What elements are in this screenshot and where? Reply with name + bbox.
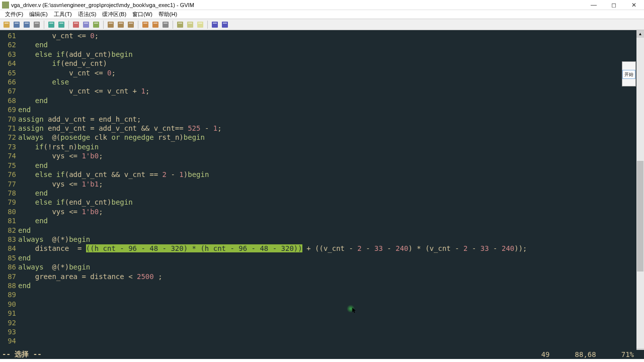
vertical-scrollbar[interactable]: ▲ ▼ bbox=[636, 30, 644, 356]
replace-icon[interactable] bbox=[126, 20, 135, 29]
svg-rect-38 bbox=[222, 22, 228, 28]
code-line[interactable]: end bbox=[18, 189, 644, 198]
code-line[interactable]: v_cnt <= 0; bbox=[18, 68, 644, 77]
line-number: 63 bbox=[0, 50, 16, 59]
code-line[interactable]: vys <= 1'b1; bbox=[18, 179, 644, 189]
code-line[interactable]: always @(posedge clk or negedge rst_n)be… bbox=[18, 133, 644, 142]
start-button[interactable]: 开始 bbox=[622, 70, 635, 79]
code-line[interactable]: end bbox=[18, 226, 644, 235]
code-line[interactable]: end bbox=[18, 281, 644, 290]
tagselect-icon[interactable] bbox=[196, 20, 205, 29]
code-line[interactable]: else if(end_v_cnt)begin bbox=[18, 198, 644, 207]
svg-rect-34 bbox=[197, 22, 203, 28]
menu-edit[interactable]: 编辑(E) bbox=[26, 11, 51, 18]
minimize-button[interactable]: — bbox=[584, 0, 604, 10]
code-line[interactable]: else bbox=[18, 77, 644, 86]
code-line[interactable]: if(!rst_n)begin bbox=[18, 142, 644, 151]
line-number: 66 bbox=[0, 77, 16, 86]
svg-rect-33 bbox=[188, 23, 192, 24]
menubar: 文件(F) 编辑(E) 工具(T) 语法(S) 缓冲区(B) 窗口(W) 帮助(… bbox=[0, 10, 644, 19]
line-number: 68 bbox=[0, 96, 16, 105]
code-line[interactable]: green_area = distance < 2500 ; bbox=[18, 272, 644, 281]
line-number: 67 bbox=[0, 86, 16, 96]
svg-rect-30 bbox=[177, 22, 183, 28]
line-number: 87 bbox=[0, 272, 16, 281]
copy-icon[interactable] bbox=[82, 20, 91, 29]
scroll-up-arrow[interactable]: ▲ bbox=[636, 30, 644, 38]
paste-icon[interactable] bbox=[92, 20, 101, 29]
find-prev-icon[interactable] bbox=[106, 20, 115, 29]
svg-rect-19 bbox=[109, 23, 113, 24]
svg-rect-15 bbox=[84, 23, 88, 24]
scroll-thumb[interactable] bbox=[637, 161, 643, 272]
code-line[interactable]: else if(add_v_cnt)begin bbox=[18, 50, 644, 59]
help-icon[interactable] bbox=[210, 20, 219, 29]
line-number: 75 bbox=[0, 161, 16, 170]
saveall-icon[interactable] bbox=[22, 20, 31, 29]
tag-icon[interactable] bbox=[176, 20, 185, 29]
cut-icon[interactable] bbox=[71, 20, 80, 29]
svg-rect-0 bbox=[4, 22, 10, 28]
svg-rect-37 bbox=[213, 23, 217, 24]
code-line[interactable]: end bbox=[18, 253, 644, 262]
code-line[interactable]: assign end_v_cnt = add_v_cnt && v_cnt== … bbox=[18, 124, 644, 133]
line-number: 80 bbox=[0, 207, 16, 216]
find-next-icon[interactable] bbox=[116, 20, 125, 29]
code-area[interactable]: v_cnt <= 0; end else if(add_v_cnt)begin … bbox=[18, 30, 644, 356]
menu-syntax[interactable]: 语法(S) bbox=[75, 11, 100, 18]
line-number: 72 bbox=[0, 133, 16, 142]
svg-rect-31 bbox=[178, 23, 182, 24]
svg-rect-10 bbox=[58, 22, 64, 28]
line-number: 83 bbox=[0, 235, 16, 244]
code-line[interactable]: always @(*)begin bbox=[18, 235, 644, 244]
code-line[interactable]: else if(add_v_cnt && v_cnt == 2 - 1)begi… bbox=[18, 170, 644, 179]
undo-icon[interactable] bbox=[47, 20, 56, 29]
code-line[interactable]: vys <= 1'b0; bbox=[18, 207, 644, 216]
code-line[interactable]: v_cnt <= 0; bbox=[18, 31, 644, 40]
code-line[interactable]: vys <= 1'b0; bbox=[18, 151, 644, 160]
svg-rect-13 bbox=[74, 23, 78, 24]
code-line[interactable]: end bbox=[18, 105, 644, 114]
line-number: 76 bbox=[0, 170, 16, 179]
svg-rect-1 bbox=[5, 23, 9, 24]
code-line[interactable]: v_cnt <= v_cnt + 1; bbox=[18, 86, 644, 96]
code-line[interactable]: end bbox=[18, 161, 644, 170]
maximize-button[interactable]: ◻ bbox=[604, 0, 624, 10]
code-line[interactable]: end bbox=[18, 40, 644, 49]
line-number-gutter: 6162636465666768697071727374757677787980… bbox=[0, 30, 18, 356]
open-icon[interactable] bbox=[2, 20, 11, 29]
line-number: 86 bbox=[0, 262, 16, 272]
svg-rect-18 bbox=[108, 22, 114, 28]
line-number: 64 bbox=[0, 59, 16, 68]
code-line[interactable]: end bbox=[18, 96, 644, 105]
svg-rect-20 bbox=[118, 22, 124, 28]
editor[interactable]: 6162636465666768697071727374757677787980… bbox=[0, 30, 644, 356]
svg-rect-27 bbox=[153, 23, 157, 24]
floating-panel[interactable]: 开始 bbox=[622, 61, 636, 86]
redo-icon[interactable] bbox=[57, 20, 66, 29]
code-line[interactable]: distance = ((h_cnt - 96 - 48 - 320) * (h… bbox=[18, 244, 644, 253]
menu-file[interactable]: 文件(F) bbox=[2, 11, 26, 18]
status-col: 49 bbox=[541, 350, 550, 358]
code-line[interactable]: assign add_v_cnt = end_h_cnt; bbox=[18, 115, 644, 124]
code-line[interactable]: if(end_v_cnt) bbox=[18, 59, 644, 68]
run-icon[interactable] bbox=[141, 20, 150, 29]
menu-window[interactable]: 窗口(W) bbox=[129, 11, 155, 18]
print-icon[interactable] bbox=[32, 20, 41, 29]
line-number: 82 bbox=[0, 226, 16, 235]
make-icon[interactable] bbox=[151, 20, 160, 29]
line-number: 84 bbox=[0, 244, 16, 253]
line-number: 70 bbox=[0, 115, 16, 124]
menu-help[interactable]: 帮助(H) bbox=[155, 11, 180, 18]
findword-icon[interactable] bbox=[220, 20, 229, 29]
svg-rect-9 bbox=[49, 23, 53, 24]
tags-icon[interactable] bbox=[186, 20, 195, 29]
save-icon[interactable] bbox=[12, 20, 21, 29]
menu-buffer[interactable]: 缓冲区(B) bbox=[99, 11, 129, 18]
code-line[interactable]: always @(*)begin bbox=[18, 262, 644, 272]
code-line[interactable]: end bbox=[18, 216, 644, 225]
svg-rect-29 bbox=[164, 23, 168, 24]
menu-tools[interactable]: 工具(T) bbox=[51, 11, 75, 18]
shell-icon[interactable] bbox=[161, 20, 170, 29]
close-button[interactable]: ✕ bbox=[624, 0, 644, 10]
